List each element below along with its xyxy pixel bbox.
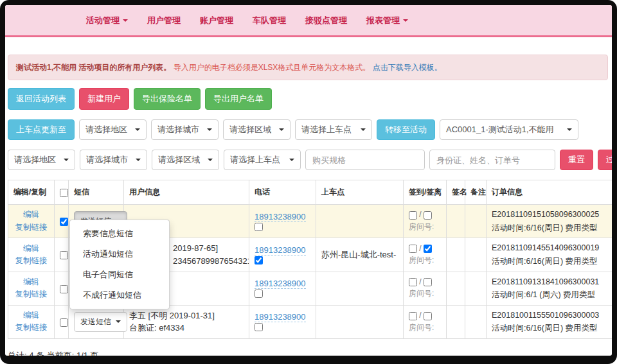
pickup-point-cell: 苏州-昆山-城北-test-: [316, 238, 404, 272]
pickup-point-select[interactable]: 请选择上车点: [295, 119, 372, 140]
menu-item-request-info-sms[interactable]: 索要信息短信: [70, 223, 169, 244]
sign-separator: /: [419, 244, 421, 253]
sign-in-checkbox[interactable]: [409, 312, 417, 320]
export-user-list-button[interactable]: 导出用户名单: [205, 88, 272, 110]
sign-out-checkbox[interactable]: [424, 245, 432, 253]
table-row: 编辑 复制链接 发送短信 李五: [8, 305, 613, 338]
copy-link[interactable]: 复制链接: [13, 288, 49, 300]
phone-checkbox[interactable]: [255, 256, 263, 264]
phone-checkbox[interactable]: [255, 290, 263, 298]
update-pickup-point-button[interactable]: 上车点更新至: [8, 119, 75, 140]
district-select[interactable]: 请选择区域: [223, 119, 291, 140]
select-all-checkbox[interactable]: [60, 189, 68, 197]
back-to-activity-list-button[interactable]: 返回活动列表: [8, 88, 75, 110]
nav-item-account-management[interactable]: 账户管理: [200, 15, 233, 26]
nav-item-fleet-management[interactable]: 车队管理: [253, 15, 286, 26]
edit-link[interactable]: 编辑: [13, 209, 49, 221]
pickup-point-cell: [316, 272, 404, 305]
filter-button[interactable]: 过滤: [598, 150, 612, 170]
sign-out-checkbox[interactable]: [424, 211, 432, 220]
region-filter-select[interactable]: 请选择地区: [8, 150, 75, 170]
note-cell: [465, 305, 487, 338]
caret-down-icon: [208, 159, 213, 161]
signature-cell: [447, 305, 465, 338]
room-number-label: 房间号:: [409, 255, 441, 266]
row-select-checkbox[interactable]: [60, 318, 68, 327]
device-frame: 活动管理 用户管理 账户管理 车队管理 接驳点管理 报表管理 测试活动1,不能用…: [0, 0, 617, 364]
menu-item-trip-cancel-notice-sms[interactable]: 不成行通知短信: [70, 285, 169, 306]
send-sms-button[interactable]: 发送短信: [74, 312, 127, 332]
sign-in-checkbox[interactable]: [409, 245, 417, 253]
row-select-checkbox[interactable]: [60, 218, 68, 226]
transfer-to-activity-button[interactable]: 转移至活动: [377, 119, 435, 140]
nav-item-activity-management[interactable]: 活动管理: [86, 15, 128, 26]
info-alert: 测试活动1,不能用 活动项目的所有用户列表。 导入用户的电子档必须是XLSX格式…: [8, 55, 608, 80]
signature-cell: [447, 238, 465, 272]
activity-select[interactable]: AC0001_1-测试活动1,不能用: [440, 119, 578, 140]
order-activity-time: 活动时间:6/16(周日) 费用类型: [492, 255, 612, 268]
order-info-cell: E20181109151058096300025 活动时间:6/16(周日) 费…: [487, 205, 613, 238]
search-input[interactable]: [429, 150, 555, 170]
sign-out-checkbox[interactable]: [424, 312, 432, 320]
reset-button[interactable]: 重置: [560, 150, 593, 170]
copy-link[interactable]: 复制链接: [13, 221, 49, 234]
city-filter-select[interactable]: 请选择城市: [80, 150, 147, 170]
row-select-cell: [55, 238, 69, 272]
header-pickup-point: 上车点: [316, 180, 404, 205]
nav-item-pickup-point-management[interactable]: 接驳点管理: [305, 15, 347, 26]
sign-out-checkbox[interactable]: [424, 278, 432, 286]
purchase-spec-input[interactable]: [305, 150, 425, 170]
phone-cell: 18913238900: [249, 238, 316, 272]
nav-item-label: 活动管理: [86, 15, 120, 26]
edit-link[interactable]: 编辑: [13, 309, 49, 322]
order-number: E20181109145514096300019: [492, 241, 612, 255]
row-select-cell: [55, 305, 69, 338]
phone-link[interactable]: 18913238900: [255, 279, 306, 289]
order-activity-time: 活动时间:6/16(周日) 费用类型: [492, 221, 612, 235]
select-value: AC0001_1-测试活动1,不能用: [446, 124, 554, 135]
menu-item-e-contract-sms[interactable]: 电子合同短信: [70, 264, 169, 285]
phone-checkbox[interactable]: [255, 323, 263, 331]
caret-down-icon: [207, 128, 212, 131]
sign-in-checkbox[interactable]: [409, 278, 417, 286]
order-info-cell: E20181109145514096300019 活动时间:6/16(周日) 费…: [487, 238, 613, 272]
order-number: E20181109131841096300031: [492, 275, 612, 289]
action-button-row: 返回活动列表 新建用户 导出保险名单 导出用户名单: [8, 88, 609, 110]
phone-link[interactable]: 18913238900: [255, 245, 306, 256]
export-insurance-list-button[interactable]: 导出保险名单: [134, 88, 201, 110]
row-select-checkbox[interactable]: [60, 251, 68, 259]
header-signature: 签名: [447, 180, 465, 205]
phone-checkbox[interactable]: [255, 223, 263, 231]
order-info-cell: E20181109131841096300031 活动时间:6/1 (周六) 费…: [487, 272, 613, 305]
nav-item-user-management[interactable]: 用户管理: [147, 15, 181, 26]
sign-in-checkbox[interactable]: [409, 211, 417, 220]
district-filter-select[interactable]: 请选择区域: [152, 150, 219, 170]
caret-down-icon: [116, 320, 121, 323]
caret-down-icon: [361, 128, 366, 131]
row-select-checkbox[interactable]: [60, 285, 68, 293]
select-value: 请选择城市: [157, 124, 199, 135]
table-header-row: 编辑/复制 短信 用户信息 电话 上车点 签到/签离 签名 备注 订单信息: [8, 180, 613, 205]
menu-item-activity-notice-sms[interactable]: 活动通知短信: [70, 244, 169, 264]
header-note: 备注: [465, 180, 487, 205]
edit-link[interactable]: 编辑: [13, 276, 49, 288]
nav-item-report-management[interactable]: 报表管理: [366, 15, 408, 26]
phone-link[interactable]: 18913238900: [255, 312, 306, 322]
download-template-link[interactable]: 点击下载导入模板。: [373, 63, 442, 72]
phone-link[interactable]: 18913238900: [255, 212, 306, 222]
order-info-cell: E20181001155501096300003 活动时间:6/16(周日) 费…: [487, 305, 613, 338]
select-value: 请选择城市: [86, 154, 128, 166]
edit-copy-cell: 编辑 复制链接: [8, 205, 55, 238]
city-select[interactable]: 请选择城市: [151, 119, 219, 140]
order-activity-time: 活动时间:6/16(周日) 费用类型: [492, 322, 612, 335]
select-value: 请选择区域: [158, 154, 200, 166]
caret-down-icon: [289, 159, 294, 161]
copy-link[interactable]: 复制链接: [13, 255, 49, 267]
new-user-button[interactable]: 新建用户: [79, 88, 129, 110]
row-select-cell: [55, 205, 69, 238]
edit-link[interactable]: 编辑: [13, 243, 49, 255]
pickup-point-filter-select[interactable]: 请选择上车点: [224, 150, 301, 170]
region-select[interactable]: 请选择地区: [79, 119, 147, 140]
row-select-cell: [55, 272, 69, 305]
copy-link[interactable]: 复制链接: [13, 322, 49, 334]
